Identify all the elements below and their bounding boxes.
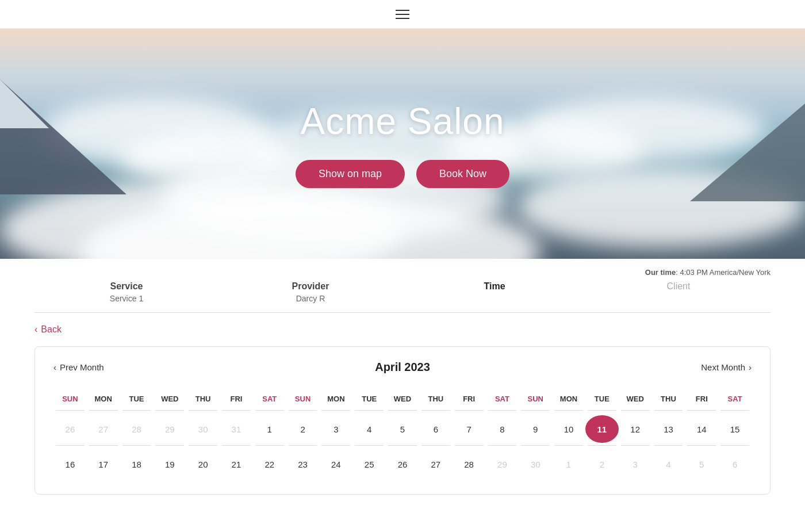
chevron-left-icon: ‹ (34, 324, 37, 335)
calendar-day-cell: 4 (652, 450, 685, 478)
calendar-day-cell[interactable]: 16 (53, 450, 87, 478)
calendar-day-cell[interactable]: 10 (552, 415, 585, 443)
hero-title: Acme Salon (300, 100, 504, 143)
calendar-day-cell[interactable]: 8 (486, 415, 519, 443)
calendar-day-cell[interactable]: 25 (352, 450, 386, 478)
calendar-day-cell[interactable]: 4 (352, 415, 386, 443)
divider-cell (488, 445, 517, 446)
calendar-day-cell[interactable]: 27 (419, 450, 453, 478)
back-button[interactable]: ‹ Back (34, 324, 62, 335)
day-header-thu: THU (186, 392, 220, 405)
day-header-fri: FRI (220, 392, 253, 405)
calendar-day-cell: 30 (186, 415, 220, 443)
calendar-day-cell[interactable]: 18 (120, 450, 154, 478)
calendar-day-cell[interactable]: 1 (253, 415, 286, 443)
calendar-day-cell[interactable]: 28 (453, 450, 486, 478)
calendar-day-cell[interactable]: 9 (519, 415, 552, 443)
chevron-right-icon: › (749, 362, 752, 372)
step-provider[interactable]: ProviderDarcy R (218, 281, 402, 303)
divider-cell (720, 445, 749, 446)
book-now-button[interactable]: Book Now (416, 160, 509, 188)
calendar-day-cell[interactable]: 2 (286, 415, 320, 443)
steps-bar: ServiceService 1ProviderDarcy RTimeClien… (34, 281, 770, 313)
our-time: Our time: 4:03 PM America/New York (34, 259, 770, 281)
divider-cell (588, 410, 616, 411)
day-header-fri: FRI (685, 392, 718, 405)
nav-bar (0, 0, 805, 29)
divider-cell (421, 445, 450, 446)
divider-cell (56, 445, 85, 446)
day-header-tue: TUE (352, 392, 386, 405)
divider-cell (388, 445, 417, 446)
calendar-day-cell[interactable]: 14 (685, 415, 718, 443)
prev-month-label: Prev Month (60, 362, 104, 372)
calendar-day-cell: 30 (519, 450, 552, 478)
divider-cell (355, 445, 384, 446)
step-service[interactable]: ServiceService 1 (34, 281, 218, 303)
chevron-left-icon: ‹ (53, 362, 56, 372)
day-header-sun: SUN (53, 392, 87, 405)
row-divider (53, 445, 752, 446)
divider-cell (554, 410, 583, 411)
calendar-day-cell[interactable]: 6 (419, 415, 453, 443)
calendar-box: ‹ Prev Month April 2023 Next Month › SUN… (34, 346, 770, 495)
calendar-day-cell[interactable]: 26 (386, 450, 419, 478)
calendar-day-cell[interactable]: 3 (319, 415, 352, 443)
calendar-grid: SUNMONTUEWEDTHUFRISATSUNMONTUEWEDTHUFRIS… (53, 392, 752, 478)
divider-cell (222, 410, 251, 411)
step-time[interactable]: Time (402, 281, 586, 303)
month-title: April 2023 (375, 361, 430, 374)
divider-cell (56, 410, 85, 411)
divider-cell (654, 410, 683, 411)
calendar-day-cell[interactable]: 11 (585, 415, 619, 443)
divider-cell (421, 410, 450, 411)
step-service-value: Service 1 (110, 294, 143, 303)
divider-cell (122, 410, 151, 411)
day-header-sat: SAT (253, 392, 286, 405)
calendar-day-cell[interactable]: 19 (153, 450, 186, 478)
day-header-sun: SUN (286, 392, 320, 405)
divider-cell (289, 445, 317, 446)
calendar-day-cell[interactable]: 13 (652, 415, 685, 443)
divider-cell (654, 445, 683, 446)
next-month-button[interactable]: Next Month › (701, 362, 752, 372)
day-header-wed: WED (386, 392, 419, 405)
day-header-mon: MON (87, 392, 120, 405)
divider-cell (155, 410, 184, 411)
calendar-day-cell[interactable]: 12 (619, 415, 652, 443)
calendar-header: ‹ Prev Month April 2023 Next Month › (53, 361, 752, 374)
divider-cell (720, 410, 749, 411)
our-time-value: 4:03 PM America/New York (680, 268, 770, 277)
divider-cell (321, 445, 350, 446)
divider-cell (455, 445, 484, 446)
calendar-day-cell[interactable]: 21 (220, 450, 253, 478)
calendar-row-1: 161718192021222324252627282930123456 (53, 450, 752, 478)
calendar-day-cell[interactable]: 24 (319, 450, 352, 478)
prev-month-button[interactable]: ‹ Prev Month (53, 362, 104, 372)
step-client[interactable]: Client (586, 281, 770, 303)
calendar-container: ‹ Back ‹ Prev Month April 2023 Next Mont… (0, 324, 805, 518)
next-month-label: Next Month (701, 362, 745, 372)
hamburger-menu-icon[interactable] (396, 10, 409, 19)
divider-cell (189, 445, 217, 446)
day-header-fri: FRI (453, 392, 486, 405)
calendar-day-cell[interactable]: 17 (87, 450, 120, 478)
calendar-day-cell[interactable]: 22 (253, 450, 286, 478)
day-header-wed: WED (619, 392, 652, 405)
calendar-day-cell: 6 (718, 450, 752, 478)
calendar-day-cell: 1 (552, 450, 585, 478)
day-headers-row: SUNMONTUEWEDTHUFRISATSUNMONTUEWEDTHUFRIS… (53, 392, 752, 405)
calendar-day-cell[interactable]: 20 (186, 450, 220, 478)
show-on-map-button[interactable]: Show on map (296, 160, 405, 188)
day-header-thu: THU (419, 392, 453, 405)
step-service-label: Service (110, 281, 143, 292)
divider-cell (621, 410, 650, 411)
calendar-day-cell[interactable]: 5 (386, 415, 419, 443)
calendar-rows: 2627282930311234567891011121314151617181… (53, 415, 752, 478)
divider-cell (588, 445, 616, 446)
divider-cell (189, 410, 217, 411)
hero-section: Acme Salon Show on map Book Now (0, 29, 805, 259)
calendar-day-cell[interactable]: 7 (453, 415, 486, 443)
calendar-day-cell[interactable]: 15 (718, 415, 752, 443)
calendar-day-cell[interactable]: 23 (286, 450, 320, 478)
